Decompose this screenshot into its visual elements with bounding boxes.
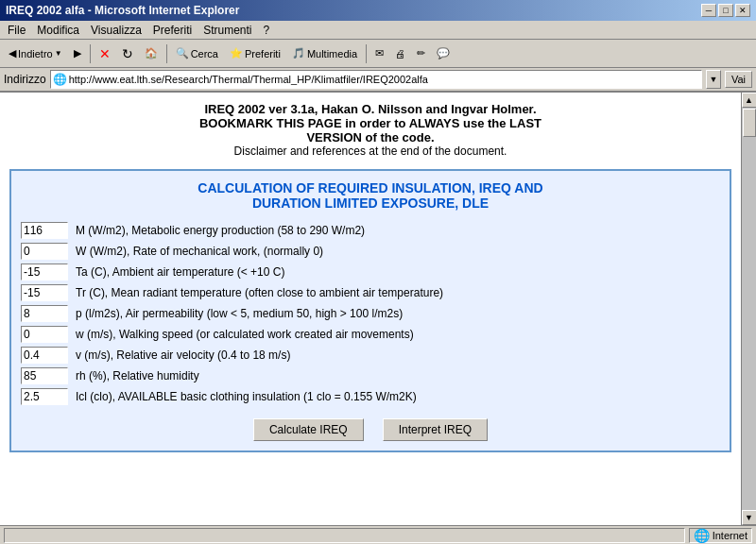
main-content: IREQ 2002 ver 3.1a, Hakan O. Nilsson and… (0, 93, 741, 525)
input-row-v: v (m/s), Relative air velocity (0.4 to 1… (21, 347, 720, 364)
field-label-tr: Tr (C), Mean radiant temperature (often … (76, 286, 443, 299)
field-label-rh: rh (%), Relative humidity (76, 369, 199, 382)
header-line2: BOOKMARK THIS PAGE in order to ALWAYS us… (9, 116, 731, 130)
back-label: Indietro (18, 48, 53, 60)
field-input-w[interactable] (21, 243, 68, 260)
address-input-wrap: 🌐 (50, 70, 702, 89)
toolbar: ◀ Indietro ▼ ▶ ✕ ↻ 🏠 🔍 Cerca ⭐ Preferiti… (0, 40, 756, 68)
address-input[interactable] (69, 74, 699, 85)
page-icon: 🌐 (53, 73, 67, 86)
minimize-button[interactable]: ─ (701, 4, 716, 17)
edit-icon: ✏ (417, 47, 425, 60)
scroll-track[interactable] (742, 108, 757, 510)
input-row-w: W (W/m2), Rate of mechanical work, (norm… (21, 243, 720, 260)
multimedia-icon: 🎵 (292, 47, 305, 60)
input-row-p: p (l/m2s), Air permeability (low < 5, me… (21, 305, 720, 322)
close-button[interactable]: ✕ (735, 4, 750, 17)
input-row-w: w (m/s), Walking speed (or calculated wo… (21, 326, 720, 343)
maximize-button[interactable]: □ (718, 4, 733, 17)
field-input-tr[interactable] (21, 284, 68, 301)
search-label: Cerca (191, 48, 218, 60)
content-area: IREQ 2002 ver 3.1a, Hakan O. Nilsson and… (0, 93, 756, 525)
print-button[interactable]: 🖨 (390, 42, 410, 65)
scroll-thumb[interactable] (743, 109, 756, 137)
search-icon: 🔍 (176, 47, 189, 60)
input-row-m: M (W/m2), Metabolic energy production (5… (21, 222, 720, 239)
favorites-icon: ⭐ (230, 47, 243, 60)
menu-bar: File Modifica Visualizza Preferiti Strum… (0, 21, 756, 40)
multimedia-label: Multimedia (307, 48, 357, 60)
calc-title-line1: CALCULATION OF REQUIRED INSULATION, IREQ… (198, 180, 542, 196)
page-header: IREQ 2002 ver 3.1a, Hakan O. Nilsson and… (9, 102, 731, 158)
stop-button[interactable]: ✕ (94, 42, 115, 65)
header-line1: IREQ 2002 ver 3.1a, Hakan O. Nilsson and… (9, 102, 731, 116)
calc-title: CALCULATION OF REQUIRED INSULATION, IREQ… (21, 180, 720, 211)
field-label-m: M (W/m2), Metabolic energy production (5… (76, 224, 365, 237)
refresh-button[interactable]: ↻ (117, 42, 138, 65)
field-label-ta: Ta (C), Ambient air temperature (< +10 C… (76, 265, 284, 279)
menu-strumenti[interactable]: Strumenti (198, 22, 257, 39)
title-bar: IREQ 2002 alfa - Microsoft Internet Expl… (0, 0, 756, 21)
calc-box: CALCULATION OF REQUIRED INSULATION, IREQ… (9, 169, 731, 452)
go-button[interactable]: Vai (725, 71, 752, 88)
status-main (4, 528, 685, 543)
status-internet: 🌐 Internet (689, 528, 752, 543)
address-bar: Indirizzo 🌐 ▼ Vai (0, 68, 756, 93)
search-button[interactable]: 🔍 Cerca (171, 42, 223, 65)
forward-icon: ▶ (74, 47, 81, 60)
separator-2 (166, 44, 167, 63)
status-internet-label: Internet (713, 530, 747, 541)
home-button[interactable]: 🏠 (140, 42, 163, 65)
field-input-p[interactable] (21, 305, 68, 322)
input-row-ta: Ta (C), Ambient air temperature (< +10 C… (21, 264, 720, 280)
field-input-w[interactable] (21, 326, 68, 343)
home-icon: 🏠 (145, 47, 158, 60)
input-row-icl: Icl (clo), AVAILABLE basic clothing insu… (21, 388, 720, 405)
header-line3: VERSION of the code. (9, 130, 731, 144)
back-icon: ◀ (9, 47, 16, 60)
mail-icon: ✉ (375, 47, 384, 60)
field-input-icl[interactable] (21, 388, 68, 405)
interpret-button[interactable]: Interpret IREQ (383, 418, 488, 441)
field-label-p: p (l/m2s), Air permeability (low < 5, me… (76, 307, 403, 320)
buttons-row: Calculate IREQ Interpret IREQ (21, 418, 720, 441)
input-row-rh: rh (%), Relative humidity (21, 367, 720, 384)
refresh-icon: ↻ (122, 46, 133, 61)
menu-modifica[interactable]: Modifica (31, 22, 85, 39)
field-label-w: w (m/s), Walking speed (or calculated wo… (76, 328, 414, 341)
field-input-ta[interactable] (21, 264, 68, 280)
calc-title-line2: DURATION LIMITED EXPOSURE, DLE (252, 196, 489, 211)
scroll-down-button[interactable]: ▼ (742, 510, 757, 525)
fields-container: M (W/m2), Metabolic energy production (5… (21, 222, 720, 405)
multimedia-button[interactable]: 🎵 Multimedia (287, 42, 362, 65)
calculate-button[interactable]: Calculate IREQ (253, 418, 364, 441)
field-label-icl: Icl (clo), AVAILABLE basic clothing insu… (76, 390, 417, 403)
separator-1 (90, 44, 91, 63)
favorites-button[interactable]: ⭐ Preferiti (225, 42, 285, 65)
field-input-rh[interactable] (21, 367, 68, 384)
stop-icon: ✕ (99, 46, 111, 61)
field-input-v[interactable] (21, 347, 68, 364)
mail-button[interactable]: ✉ (370, 42, 388, 65)
menu-visualizza[interactable]: Visualizza (85, 22, 147, 39)
scroll-up-button[interactable]: ▲ (742, 93, 757, 108)
menu-help[interactable]: ? (258, 22, 276, 39)
title-bar-buttons: ─ □ ✕ (701, 4, 750, 17)
favorites-label: Preferiti (245, 48, 281, 60)
separator-3 (366, 44, 367, 63)
discuss-button[interactable]: 💬 (432, 42, 455, 65)
forward-button[interactable]: ▶ (69, 42, 86, 65)
discuss-icon: 💬 (437, 47, 450, 60)
address-label: Indirizzo (4, 73, 46, 86)
back-button[interactable]: ◀ Indietro ▼ (4, 42, 67, 65)
address-dropdown[interactable]: ▼ (706, 70, 721, 89)
scrollbar-vertical: ▲ ▼ (741, 93, 756, 525)
field-label-v: v (m/s), Relative air velocity (0.4 to 1… (76, 348, 290, 362)
header-line4: Disclaimer and references at the end of … (9, 144, 731, 158)
window-title: IREQ 2002 alfa - Microsoft Internet Expl… (6, 4, 239, 17)
menu-file[interactable]: File (2, 22, 31, 39)
field-input-m[interactable] (21, 222, 68, 239)
field-label-w: W (W/m2), Rate of mechanical work, (norm… (76, 245, 323, 258)
edit-button[interactable]: ✏ (412, 42, 430, 65)
menu-preferiti[interactable]: Preferiti (147, 22, 198, 39)
